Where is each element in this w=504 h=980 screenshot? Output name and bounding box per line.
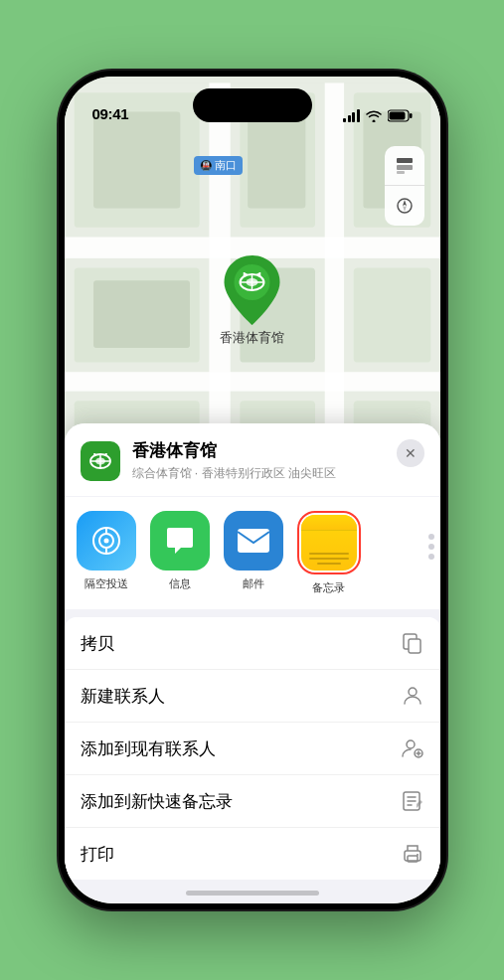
add-existing-contact-icon xyxy=(401,736,424,760)
print-icon xyxy=(401,842,424,866)
svg-rect-2 xyxy=(410,113,413,118)
place-subtitle: 综合体育馆 · 香港特别行政区 油尖旺区 xyxy=(132,465,336,482)
map-controls xyxy=(385,146,424,226)
more-dot-2 xyxy=(428,544,434,550)
location-button[interactable] xyxy=(385,186,424,226)
place-label: 🚇 南口 xyxy=(194,156,243,175)
notes-selection-border xyxy=(297,511,361,574)
share-item-airdrop[interactable]: 隔空投送 xyxy=(77,511,136,595)
new-contact-icon xyxy=(401,684,424,708)
svg-point-47 xyxy=(103,539,108,544)
svg-rect-23 xyxy=(397,171,405,174)
more-dot-1 xyxy=(428,534,434,540)
place-info-header: 香港体育馆 综合体育馆 · 香港特别行政区 油尖旺区 ✕ xyxy=(65,423,440,496)
svg-marker-26 xyxy=(403,206,407,212)
location-marker: 香港体育馆 xyxy=(220,255,284,347)
notes-icon xyxy=(301,515,357,571)
bottom-sheet: 香港体育馆 综合体育馆 · 香港特别行政区 油尖旺区 ✕ xyxy=(65,423,440,903)
map-pin xyxy=(223,255,282,327)
svg-rect-1 xyxy=(389,112,405,120)
place-name: 香港体育馆 xyxy=(132,439,336,462)
share-items-container: 隔空投送 信息 xyxy=(77,511,428,595)
svg-point-63 xyxy=(417,854,419,856)
marker-label: 香港体育馆 xyxy=(220,329,284,347)
share-row-overflow-fade xyxy=(391,497,440,609)
svg-rect-5 xyxy=(65,372,440,391)
dynamic-island xyxy=(193,88,312,122)
share-row: 隔空投送 信息 xyxy=(65,497,440,609)
message-label: 信息 xyxy=(169,576,191,591)
action-list: 拷贝 新建联系人 添加到现有联系人 xyxy=(65,617,440,880)
quick-note-icon xyxy=(401,789,424,813)
share-item-notes[interactable]: 备忘录 xyxy=(297,511,361,595)
svg-rect-22 xyxy=(397,165,413,170)
airdrop-icon xyxy=(77,511,136,571)
message-symbol xyxy=(163,524,197,558)
print-label: 打印 xyxy=(81,843,114,866)
add-quick-note-label: 添加到新快速备忘录 xyxy=(81,790,233,813)
svg-rect-51 xyxy=(409,639,420,653)
home-indicator xyxy=(186,891,319,896)
airdrop-symbol xyxy=(89,524,123,558)
svg-marker-25 xyxy=(403,200,407,206)
add-existing-label: 添加到现有联系人 xyxy=(81,737,216,760)
svg-rect-50 xyxy=(238,529,269,553)
compass-icon xyxy=(396,197,414,215)
status-icons xyxy=(343,109,413,122)
notes-line-3 xyxy=(317,563,341,565)
close-button[interactable]: ✕ xyxy=(397,439,424,467)
close-icon: ✕ xyxy=(405,445,417,461)
action-add-existing-contact[interactable]: 添加到现有联系人 xyxy=(65,723,440,775)
mail-label: 邮件 xyxy=(243,576,264,591)
notes-line-1 xyxy=(309,553,349,555)
place-details: 香港体育馆 综合体育馆 · 香港特别行政区 油尖旺区 xyxy=(132,439,336,482)
copy-icon xyxy=(401,631,424,655)
share-item-message[interactable]: 信息 xyxy=(150,511,210,595)
notes-label: 备忘录 xyxy=(312,580,345,595)
share-item-mail[interactable]: 邮件 xyxy=(224,511,283,595)
wifi-icon xyxy=(366,110,382,122)
notes-line-2 xyxy=(309,558,349,560)
svg-point-53 xyxy=(407,740,415,748)
copy-label: 拷贝 xyxy=(81,632,114,655)
action-new-contact[interactable]: 新建联系人 xyxy=(65,670,440,723)
mail-icon xyxy=(224,511,283,571)
action-add-quick-note[interactable]: 添加到新快速备忘录 xyxy=(65,775,440,828)
map-layers-icon xyxy=(395,156,415,176)
svg-point-52 xyxy=(409,688,417,696)
new-contact-label: 新建联系人 xyxy=(81,685,165,708)
mail-symbol xyxy=(236,527,271,555)
phone-screen: 09:41 xyxy=(65,77,440,903)
svg-rect-21 xyxy=(397,158,413,163)
stadium-logo-icon xyxy=(88,449,112,473)
map-type-button[interactable] xyxy=(385,146,424,186)
message-icon xyxy=(150,511,210,571)
status-time: 09:41 xyxy=(92,105,129,122)
svg-rect-20 xyxy=(93,280,190,348)
battery-icon xyxy=(388,109,413,122)
airdrop-label: 隔空投送 xyxy=(84,576,128,591)
more-dots-indicator xyxy=(428,534,434,560)
notes-header-decoration xyxy=(301,515,357,531)
svg-rect-13 xyxy=(353,268,430,363)
venue-logo xyxy=(81,441,120,481)
more-dot-3 xyxy=(428,554,434,560)
signal-icon xyxy=(343,109,360,122)
phone-frame: 09:41 xyxy=(59,71,446,909)
action-copy[interactable]: 拷贝 xyxy=(65,617,440,670)
action-print[interactable]: 打印 xyxy=(65,828,440,880)
place-info-left: 香港体育馆 综合体育馆 · 香港特别行政区 油尖旺区 xyxy=(81,439,336,482)
